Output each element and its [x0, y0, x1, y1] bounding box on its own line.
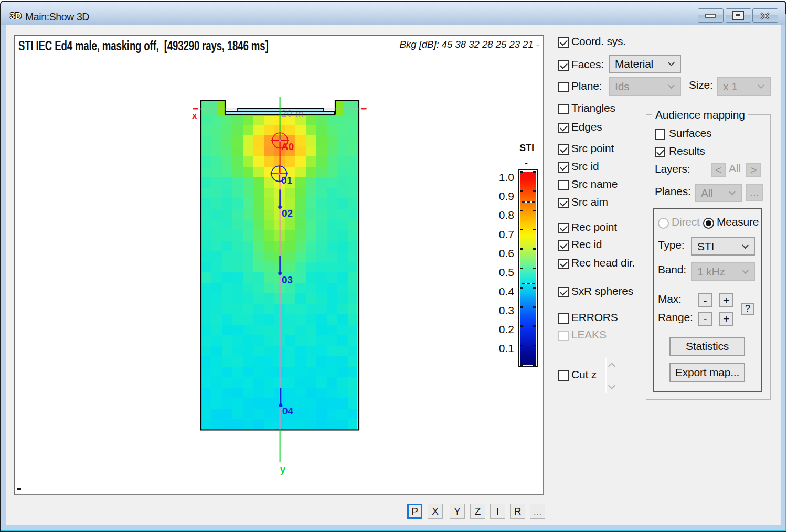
svg-text:x: x [192, 111, 197, 121]
svg-text:02: 02 [282, 208, 293, 219]
svg-text:y: y [280, 464, 285, 475]
svg-text:03: 03 [282, 274, 293, 285]
svg-text:04: 04 [282, 406, 294, 417]
svg-text:01: 01 [281, 175, 293, 186]
svg-text:20 m: 20 m [281, 108, 304, 119]
svg-text:A0: A0 [281, 141, 294, 152]
